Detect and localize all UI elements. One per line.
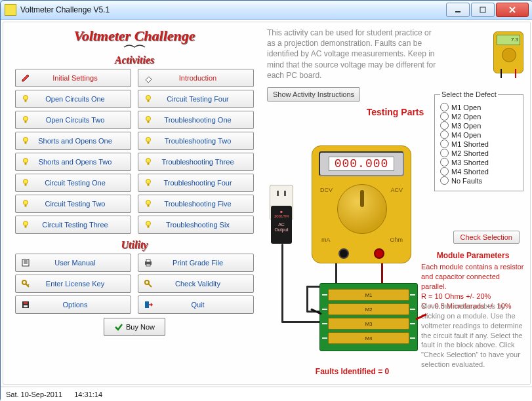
defect-option-m1-open[interactable]: M1 Open [440,103,518,111]
voltmeter[interactable]: 000.000 DCV ACV mA Ohm [312,145,411,263]
activity-troubleshooting-one[interactable]: Troubleshooting One [138,111,254,129]
activity-troubleshooting-six-label: Troubleshooting Six [158,221,253,229]
defect-option-label: M2 Open [451,113,481,121]
svg-rect-25 [148,184,150,186]
activities-grid: Initial SettingsOpen Circuits OneOpen Ci… [10,69,259,234]
svg-rect-5 [25,121,27,123]
activity-introduction[interactable]: Introduction [138,69,254,87]
activity-troubleshooting-six[interactable]: Troubleshooting Six [138,216,254,234]
book-icon [20,257,31,269]
activity-troubleshooting-two[interactable]: Troubleshooting Two [138,132,254,150]
utility-user-manual-label: User Manual [35,259,131,267]
activity-open-circuits-two[interactable]: Open Circuits Two [15,111,131,129]
activity-troubleshooting-three[interactable]: Troubleshooting Three [138,153,254,171]
bird-decoration [10,43,259,53]
svg-point-8 [24,159,28,163]
buy-now-button[interactable]: Buy Now [104,318,165,336]
utility-grid: User ManualEnter License KeyOptions Prin… [10,254,259,314]
utility-options[interactable]: Options [15,296,131,314]
window-title: Voltmeter Challenge V5.1 [20,5,445,14]
radio-icon [440,140,449,148]
activities-heading: Activities [10,54,259,66]
module-m3[interactable]: M3 [328,318,409,330]
jack-black[interactable] [338,248,349,259]
adapter-label: AC Output [273,222,290,232]
svg-rect-37 [146,264,150,266]
meter-knob[interactable] [337,184,387,234]
close-button[interactable] [496,3,529,17]
defect-legend: Select the Defect [440,90,498,98]
defect-option-label: M1 Shorted [451,140,489,148]
svg-rect-23 [148,163,150,165]
disk-icon [20,299,31,311]
title-bar: Voltmeter Challenge V5.1 [1,1,532,20]
ac-adapter[interactable]: ■ 2001TM AC Output [271,206,292,244]
utility-check-validity-label: Check Validity [158,280,253,288]
mini-meter-reading: 7.3 [497,35,520,45]
svg-rect-27 [148,205,150,207]
activity-initial-settings[interactable]: Initial Settings [15,69,131,87]
svg-point-24 [146,180,151,184]
activity-troubleshooting-two-label: Troubleshooting Two [158,137,253,145]
defect-option-m2-open[interactable]: M2 Open [440,112,518,121]
utility-quit[interactable]: Quit [138,296,254,314]
defect-option-no-faults[interactable]: No Faults [440,176,518,185]
activity-circuit-testing-three-label: Circuit Testing Three [35,221,131,229]
activity-troubleshooting-five[interactable]: Troubleshooting Five [138,195,254,213]
defect-option-m3-shorted[interactable]: M3 Shorted [440,158,518,166]
svg-rect-13 [25,205,27,207]
svg-point-22 [146,159,151,163]
label-acv: ACV [390,187,403,193]
defect-option-m2-shorted[interactable]: M2 Shorted [440,149,518,157]
activity-open-circuits-one[interactable]: Open Circuits One [15,90,131,108]
mini-meter-icon: 7.3 [493,31,525,77]
utility-quit-label: Quit [158,301,253,309]
defect-option-label: M4 Shorted [451,168,489,176]
activity-circuit-testing-four-label: Circuit Testing Four [158,95,253,103]
svg-rect-7 [25,142,27,144]
svg-point-6 [24,138,28,142]
defect-option-label: No Faults [451,177,482,185]
activity-circuit-testing-two-label: Circuit Testing Two [35,200,131,208]
bulb-icon [142,114,154,126]
utility-user-manual[interactable]: User Manual [15,254,131,272]
circuit-board[interactable]: M1M2M3M4 [319,283,418,351]
utility-print-grade-file[interactable]: Print Grade File [138,254,254,272]
defect-option-m4-shorted[interactable]: M4 Shorted [440,167,518,176]
pencil-icon [20,72,31,84]
jack-red[interactable] [374,248,384,259]
utility-options-label: Options [35,301,131,309]
activity-circuit-testing-one[interactable]: Circuit Testing One [15,174,131,192]
bulb-icon [20,198,31,210]
utility-enter-license-key-label: Enter License Key [35,280,131,288]
module-m4[interactable]: M4 [328,332,409,344]
maximize-button[interactable] [471,3,495,17]
select-defect-group: Select the Defect M1 OpenM2 OpenM3 OpenM… [434,90,523,191]
defect-option-label: M1 Open [451,104,481,111]
activity-circuit-testing-four[interactable]: Circuit Testing Four [138,90,254,108]
svg-point-26 [146,200,151,205]
activity-circuit-testing-two[interactable]: Circuit Testing Two [15,195,131,213]
app-icon [5,4,16,16]
utility-enter-license-key[interactable]: Enter License Key [15,275,131,293]
activity-circuit-testing-three[interactable]: Circuit Testing Three [15,216,131,234]
defect-option-m1-shorted[interactable]: M1 Shorted [440,140,518,148]
adapter-brand: ■ 2001TM [273,210,290,218]
module-m2[interactable]: M2 [328,303,409,315]
defect-option-m3-open[interactable]: M3 Open [440,121,518,130]
utility-check-validity[interactable]: Check Validity [138,275,254,293]
label-ohm: Ohm [390,237,403,243]
show-instructions-button[interactable]: Show Activity Instructions [267,87,360,102]
defect-option-m4-open[interactable]: M4 Open [440,130,518,139]
faults-identified: Faults Identified = 0 [287,367,418,376]
module-m1[interactable]: M1 [328,289,409,301]
radio-icon [440,149,449,157]
check-selection-button[interactable]: Check Selection [453,231,520,244]
bulb-icon [20,135,31,147]
activity-shorts-and-opens-two[interactable]: Shorts and Opens Two [15,153,131,171]
activity-shorts-and-opens-one[interactable]: Shorts and Opens One [15,132,131,150]
svg-rect-19 [148,121,150,123]
svg-point-2 [24,96,28,100]
minimize-button[interactable] [446,3,470,17]
activity-troubleshooting-four[interactable]: Troubleshooting Four [138,174,254,192]
